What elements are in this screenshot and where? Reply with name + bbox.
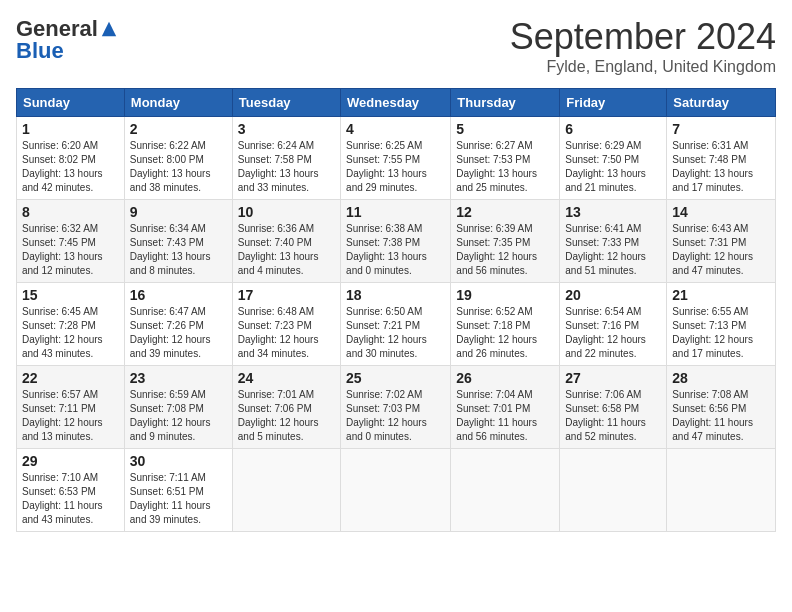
day-info: Sunrise: 6:20 AM Sunset: 8:02 PM Dayligh… (22, 139, 119, 195)
calendar-cell: 30Sunrise: 7:11 AM Sunset: 6:51 PM Dayli… (124, 449, 232, 532)
day-number: 19 (456, 287, 554, 303)
day-number: 16 (130, 287, 227, 303)
month-title: September 2024 (510, 16, 776, 58)
day-number: 23 (130, 370, 227, 386)
calendar-cell (451, 449, 560, 532)
calendar-cell: 17Sunrise: 6:48 AM Sunset: 7:23 PM Dayli… (232, 283, 340, 366)
day-number: 24 (238, 370, 335, 386)
calendar-cell: 20Sunrise: 6:54 AM Sunset: 7:16 PM Dayli… (560, 283, 667, 366)
calendar-week-row: 29Sunrise: 7:10 AM Sunset: 6:53 PM Dayli… (17, 449, 776, 532)
calendar-cell: 18Sunrise: 6:50 AM Sunset: 7:21 PM Dayli… (341, 283, 451, 366)
day-info: Sunrise: 7:02 AM Sunset: 7:03 PM Dayligh… (346, 388, 445, 444)
calendar-cell (560, 449, 667, 532)
day-number: 7 (672, 121, 770, 137)
calendar-cell: 9Sunrise: 6:34 AM Sunset: 7:43 PM Daylig… (124, 200, 232, 283)
calendar-cell: 8Sunrise: 6:32 AM Sunset: 7:45 PM Daylig… (17, 200, 125, 283)
day-info: Sunrise: 6:55 AM Sunset: 7:13 PM Dayligh… (672, 305, 770, 361)
logo-icon (100, 20, 118, 38)
day-info: Sunrise: 6:57 AM Sunset: 7:11 PM Dayligh… (22, 388, 119, 444)
calendar-day-header: Wednesday (341, 89, 451, 117)
day-info: Sunrise: 6:59 AM Sunset: 7:08 PM Dayligh… (130, 388, 227, 444)
day-info: Sunrise: 6:43 AM Sunset: 7:31 PM Dayligh… (672, 222, 770, 278)
calendar-cell: 14Sunrise: 6:43 AM Sunset: 7:31 PM Dayli… (667, 200, 776, 283)
calendar-cell: 24Sunrise: 7:01 AM Sunset: 7:06 PM Dayli… (232, 366, 340, 449)
day-info: Sunrise: 7:01 AM Sunset: 7:06 PM Dayligh… (238, 388, 335, 444)
day-info: Sunrise: 6:45 AM Sunset: 7:28 PM Dayligh… (22, 305, 119, 361)
calendar-day-header: Saturday (667, 89, 776, 117)
day-info: Sunrise: 7:11 AM Sunset: 6:51 PM Dayligh… (130, 471, 227, 527)
day-number: 5 (456, 121, 554, 137)
day-info: Sunrise: 6:38 AM Sunset: 7:38 PM Dayligh… (346, 222, 445, 278)
day-info: Sunrise: 6:39 AM Sunset: 7:35 PM Dayligh… (456, 222, 554, 278)
day-number: 29 (22, 453, 119, 469)
calendar-cell: 19Sunrise: 6:52 AM Sunset: 7:18 PM Dayli… (451, 283, 560, 366)
calendar-cell: 10Sunrise: 6:36 AM Sunset: 7:40 PM Dayli… (232, 200, 340, 283)
calendar-cell: 2Sunrise: 6:22 AM Sunset: 8:00 PM Daylig… (124, 117, 232, 200)
day-info: Sunrise: 6:27 AM Sunset: 7:53 PM Dayligh… (456, 139, 554, 195)
calendar-cell: 26Sunrise: 7:04 AM Sunset: 7:01 PM Dayli… (451, 366, 560, 449)
day-info: Sunrise: 6:34 AM Sunset: 7:43 PM Dayligh… (130, 222, 227, 278)
day-number: 13 (565, 204, 661, 220)
calendar-cell: 28Sunrise: 7:08 AM Sunset: 6:56 PM Dayli… (667, 366, 776, 449)
day-number: 27 (565, 370, 661, 386)
day-info: Sunrise: 6:31 AM Sunset: 7:48 PM Dayligh… (672, 139, 770, 195)
calendar-day-header: Friday (560, 89, 667, 117)
day-info: Sunrise: 6:32 AM Sunset: 7:45 PM Dayligh… (22, 222, 119, 278)
calendar-day-header: Sunday (17, 89, 125, 117)
calendar-week-row: 15Sunrise: 6:45 AM Sunset: 7:28 PM Dayli… (17, 283, 776, 366)
day-number: 21 (672, 287, 770, 303)
calendar-cell: 3Sunrise: 6:24 AM Sunset: 7:58 PM Daylig… (232, 117, 340, 200)
calendar-week-row: 22Sunrise: 6:57 AM Sunset: 7:11 PM Dayli… (17, 366, 776, 449)
day-info: Sunrise: 6:25 AM Sunset: 7:55 PM Dayligh… (346, 139, 445, 195)
day-info: Sunrise: 6:52 AM Sunset: 7:18 PM Dayligh… (456, 305, 554, 361)
calendar-cell: 23Sunrise: 6:59 AM Sunset: 7:08 PM Dayli… (124, 366, 232, 449)
calendar-cell: 13Sunrise: 6:41 AM Sunset: 7:33 PM Dayli… (560, 200, 667, 283)
calendar-header-row: SundayMondayTuesdayWednesdayThursdayFrid… (17, 89, 776, 117)
day-number: 30 (130, 453, 227, 469)
calendar-day-header: Monday (124, 89, 232, 117)
day-info: Sunrise: 6:48 AM Sunset: 7:23 PM Dayligh… (238, 305, 335, 361)
calendar-day-header: Tuesday (232, 89, 340, 117)
day-number: 14 (672, 204, 770, 220)
day-number: 3 (238, 121, 335, 137)
location-text: Fylde, England, United Kingdom (510, 58, 776, 76)
day-number: 2 (130, 121, 227, 137)
title-section: September 2024 Fylde, England, United Ki… (510, 16, 776, 76)
day-info: Sunrise: 6:36 AM Sunset: 7:40 PM Dayligh… (238, 222, 335, 278)
day-number: 10 (238, 204, 335, 220)
day-number: 17 (238, 287, 335, 303)
calendar-cell: 16Sunrise: 6:47 AM Sunset: 7:26 PM Dayli… (124, 283, 232, 366)
calendar-cell: 7Sunrise: 6:31 AM Sunset: 7:48 PM Daylig… (667, 117, 776, 200)
day-number: 1 (22, 121, 119, 137)
calendar-cell (667, 449, 776, 532)
day-number: 9 (130, 204, 227, 220)
day-number: 18 (346, 287, 445, 303)
header: General Blue September 2024 Fylde, Engla… (16, 16, 776, 76)
calendar-cell (232, 449, 340, 532)
page-container: General Blue September 2024 Fylde, Engla… (0, 0, 792, 540)
day-number: 4 (346, 121, 445, 137)
day-number: 15 (22, 287, 119, 303)
svg-marker-0 (102, 22, 116, 36)
calendar-cell: 5Sunrise: 6:27 AM Sunset: 7:53 PM Daylig… (451, 117, 560, 200)
day-info: Sunrise: 7:08 AM Sunset: 6:56 PM Dayligh… (672, 388, 770, 444)
day-info: Sunrise: 6:29 AM Sunset: 7:50 PM Dayligh… (565, 139, 661, 195)
calendar-cell: 1Sunrise: 6:20 AM Sunset: 8:02 PM Daylig… (17, 117, 125, 200)
day-info: Sunrise: 6:54 AM Sunset: 7:16 PM Dayligh… (565, 305, 661, 361)
day-info: Sunrise: 7:04 AM Sunset: 7:01 PM Dayligh… (456, 388, 554, 444)
calendar-cell: 29Sunrise: 7:10 AM Sunset: 6:53 PM Dayli… (17, 449, 125, 532)
day-info: Sunrise: 6:41 AM Sunset: 7:33 PM Dayligh… (565, 222, 661, 278)
day-number: 6 (565, 121, 661, 137)
day-number: 22 (22, 370, 119, 386)
day-number: 8 (22, 204, 119, 220)
calendar-table: SundayMondayTuesdayWednesdayThursdayFrid… (16, 88, 776, 532)
calendar-week-row: 8Sunrise: 6:32 AM Sunset: 7:45 PM Daylig… (17, 200, 776, 283)
day-number: 12 (456, 204, 554, 220)
day-number: 28 (672, 370, 770, 386)
day-number: 25 (346, 370, 445, 386)
calendar-cell: 15Sunrise: 6:45 AM Sunset: 7:28 PM Dayli… (17, 283, 125, 366)
day-info: Sunrise: 7:06 AM Sunset: 6:58 PM Dayligh… (565, 388, 661, 444)
day-info: Sunrise: 6:24 AM Sunset: 7:58 PM Dayligh… (238, 139, 335, 195)
logo: General Blue (16, 16, 118, 64)
day-number: 20 (565, 287, 661, 303)
